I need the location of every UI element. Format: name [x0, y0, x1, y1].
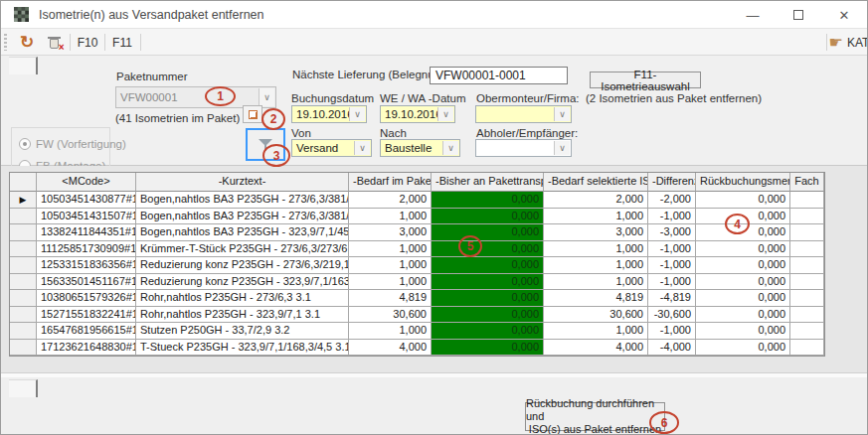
- cell-mcode[interactable]: 17123621648830#148: [37, 340, 136, 357]
- cell-bisher[interactable]: 0,000: [432, 209, 544, 225]
- column-header-bisher[interactable]: -Bisher an Pakettransport-: [432, 173, 544, 192]
- cell-bedarf[interactable]: 30,600: [349, 307, 432, 324]
- column-header-bedarf[interactable]: -Bedarf im Paket-: [349, 173, 432, 192]
- cell-differenz[interactable]: -30,600: [648, 307, 696, 324]
- cell-bedarf[interactable]: 4,000: [349, 340, 432, 357]
- cell-bisher[interactable]: 0,000: [432, 274, 544, 291]
- cell-mcode[interactable]: 15633501451167#148: [37, 274, 136, 291]
- kat-button[interactable]: ☛ KAT: [831, 32, 867, 53]
- cell-isos[interactable]: 1,000: [544, 241, 648, 258]
- chevron-down-icon[interactable]: ∨: [554, 141, 570, 155]
- cell-rueckbuchung[interactable]: 0,000: [696, 340, 790, 357]
- cell-isos[interactable]: 30,600: [544, 307, 648, 324]
- cell-rueckbuchung[interactable]: 0,000: [696, 257, 790, 274]
- cell-isos[interactable]: 4,819: [544, 290, 648, 307]
- cell-bisher[interactable]: 0,000: [432, 241, 544, 258]
- cell-isos[interactable]: 1,000: [544, 274, 648, 291]
- cell-rueckbuchung[interactable]: 0,000: [696, 192, 790, 209]
- row-header-cell[interactable]: [10, 340, 37, 357]
- cell-mcode[interactable]: 10503451431507#148: [37, 209, 136, 225]
- cell-kurztext[interactable]: Reduzierung konz P235GH - 323,9/7,1/163,…: [136, 274, 349, 291]
- column-header-rueckbuchung[interactable]: Rückbuchungsmenge: [696, 173, 790, 192]
- cell-isos[interactable]: 4,000: [544, 340, 648, 357]
- cell-differenz[interactable]: -1,000: [648, 241, 696, 258]
- column-header-fach[interactable]: Fach: [790, 173, 824, 192]
- cell-isos[interactable]: 2,000: [544, 192, 648, 209]
- chevron-down-icon[interactable]: ∨: [349, 107, 365, 121]
- row-header-cell[interactable]: [10, 323, 37, 340]
- chevron-down-icon[interactable]: ∨: [259, 88, 274, 106]
- table-row[interactable]: 10503451431507#148Bogen,nahtlos BA3 P235…: [10, 209, 824, 225]
- row-header-cell[interactable]: [10, 209, 37, 225]
- cell-bedarf[interactable]: 1,000: [349, 274, 432, 291]
- cell-bedarf[interactable]: 1,000: [349, 323, 432, 340]
- von-combobox[interactable]: Versand ∨: [291, 139, 372, 157]
- table-row[interactable]: 17123621648830#148T-Stueck P235GH - 323,…: [10, 340, 824, 357]
- cell-fach[interactable]: [790, 340, 824, 357]
- cell-mcode[interactable]: 10380651579326#148: [37, 290, 136, 307]
- cell-rueckbuchung[interactable]: 0,000: [696, 274, 790, 291]
- cell-kurztext[interactable]: Rohr,nahtlos P235GH - 273/6,3 3.1: [136, 290, 349, 307]
- cell-bisher[interactable]: 0,000: [432, 257, 544, 274]
- cell-isos[interactable]: 1,000: [544, 209, 648, 225]
- cell-bisher[interactable]: 0,000: [432, 192, 544, 209]
- cell-mcode[interactable]: 11125851730909#148: [37, 241, 136, 258]
- table-row[interactable]: 10380651579326#148Rohr,nahtlos P235GH - …: [10, 290, 824, 307]
- f11-isometrieauswahl-button[interactable]: F11-Isometrieauswahl: [590, 72, 701, 88]
- cell-bedarf[interactable]: 1,000: [349, 257, 432, 274]
- cell-kurztext[interactable]: Reduzierung konz P235GH - 273/6,3/219,1/…: [136, 257, 349, 274]
- cell-differenz[interactable]: -1,000: [648, 274, 696, 291]
- cell-bisher[interactable]: 0,000: [432, 224, 544, 241]
- close-button[interactable]: ✕: [821, 1, 867, 29]
- cell-fach[interactable]: [790, 224, 824, 241]
- cell-bisher[interactable]: 0,000: [432, 290, 544, 307]
- cell-kurztext[interactable]: Rohr,nahtlos P235GH - 323,9/7,1 3.1: [136, 307, 349, 324]
- cell-mcode[interactable]: 15271551832241#148: [37, 307, 136, 324]
- cell-rueckbuchung[interactable]: 0,000: [696, 307, 790, 324]
- cell-fach[interactable]: [790, 241, 824, 258]
- rueckbuchung-button[interactable]: Rückbuchung durchführen und ISO(s) aus P…: [525, 402, 665, 431]
- cell-mcode[interactable]: 10503451430877#148: [37, 192, 136, 209]
- cell-mcode[interactable]: 12533151836356#148: [37, 257, 136, 274]
- chevron-down-icon[interactable]: ∨: [554, 107, 570, 121]
- row-header-cell[interactable]: [10, 241, 37, 258]
- cell-bisher[interactable]: 0,000: [432, 323, 544, 340]
- cell-rueckbuchung[interactable]: 0,000: [696, 323, 790, 340]
- table-row[interactable]: 16547681956615#148Stutzen P250GH - 33,7/…: [10, 323, 824, 340]
- chevron-down-icon[interactable]: ∨: [442, 141, 458, 155]
- grid-corner-cell[interactable]: [10, 173, 37, 192]
- row-header-cell[interactable]: [10, 274, 37, 291]
- refresh-button[interactable]: ↻: [15, 32, 39, 53]
- minimize-button[interactable]: —: [730, 1, 776, 29]
- cell-kurztext[interactable]: Bogen,nahtlos BA3 P235GH - 323,9/7,1/457…: [136, 224, 349, 241]
- cell-isos[interactable]: 3,000: [544, 224, 648, 241]
- cell-fach[interactable]: [790, 307, 824, 324]
- column-header-mcode[interactable]: <MCode>: [37, 173, 136, 192]
- cell-fach[interactable]: [790, 274, 824, 291]
- cell-bedarf[interactable]: 1,000: [349, 241, 432, 258]
- edit-package-button[interactable]: [243, 105, 262, 123]
- cell-bedarf[interactable]: 4,819: [349, 290, 432, 307]
- obermonteur-combobox[interactable]: ∨: [475, 105, 572, 123]
- cell-differenz[interactable]: -1,000: [648, 209, 696, 225]
- cell-differenz[interactable]: -4,000: [648, 340, 696, 357]
- cell-mcode[interactable]: 13382411844351#148: [37, 224, 136, 241]
- f10-button[interactable]: F10: [73, 32, 102, 53]
- cell-isos[interactable]: 1,000: [544, 257, 648, 274]
- cell-differenz[interactable]: -3,000: [648, 224, 696, 241]
- row-header-cell[interactable]: [10, 257, 37, 274]
- radio-fw[interactable]: FW (Vorfertigung): [19, 138, 126, 150]
- table-row[interactable]: 13382411844351#148Bogen,nahtlos BA3 P235…: [10, 224, 824, 241]
- cell-fach[interactable]: [790, 257, 824, 274]
- cell-isos[interactable]: 1,000: [544, 323, 648, 340]
- cell-fach[interactable]: [790, 290, 824, 307]
- cell-differenz[interactable]: -1,000: [648, 323, 696, 340]
- cell-bisher[interactable]: 0,000: [432, 340, 544, 357]
- row-header-cell[interactable]: [10, 224, 37, 241]
- abholer-combobox[interactable]: ∨: [475, 139, 572, 157]
- delete-button[interactable]: ×: [43, 32, 65, 53]
- cell-differenz[interactable]: -4,819: [648, 290, 696, 307]
- cell-differenz[interactable]: -2,000: [648, 192, 696, 209]
- table-row[interactable]: 11125851730909#148Krümmer-T-Stück P235GH…: [10, 241, 824, 258]
- cell-kurztext[interactable]: Krümmer-T-Stück P235GH - 273/6,3/273/6,3: [136, 241, 349, 258]
